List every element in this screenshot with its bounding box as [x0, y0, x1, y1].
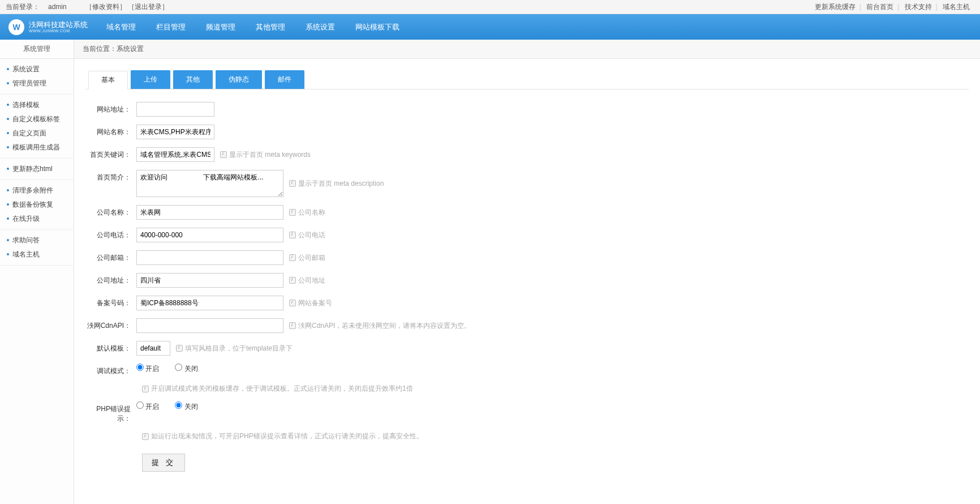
topbar-right: 更新系统缓存 前台首页 技术支持 域名主机 — [810, 0, 974, 14]
info-icon — [142, 433, 149, 440]
sidebar-item-faq[interactable]: 求助问答 — [0, 233, 74, 247]
submit-button[interactable]: 提 交 — [142, 454, 185, 472]
info-icon — [289, 322, 296, 329]
label-icp: 备案号码： — [85, 296, 136, 308]
info-icon — [289, 300, 296, 306]
radio-debug-off[interactable]: 关闭 — [175, 364, 197, 374]
hint-template: 填写风格目录，位于template目录下 — [176, 344, 293, 353]
sidebar-item-backup[interactable]: 数据备份恢复 — [0, 198, 74, 212]
main-content: 当前位置：系统设置 基本 上传 其他 伪静态 邮件 网站地址： 网站名称： — [74, 40, 980, 504]
main-nav: 域名管理 栏目管理 频道管理 其他管理 系统设置 网站模板下载 — [96, 14, 410, 40]
note-phperr: 如运行出现未知情况，可开启PHP错误提示查看详情，正式运行请关闭提示，提高安全性… — [142, 432, 969, 441]
topbar-link-host[interactable]: 域名主机 — [943, 3, 970, 11]
sidebar-item-upgrade[interactable]: 在线升级 — [0, 212, 74, 226]
logout-link[interactable]: ［退出登录］ — [128, 3, 169, 11]
label-keywords: 首页关键词： — [85, 147, 136, 160]
edit-profile-link[interactable]: ［修改资料］ — [85, 3, 126, 11]
tab-mail[interactable]: 邮件 — [265, 70, 304, 89]
logo: W 泆网科技建站系统 WWW.JUNWW.COM — [0, 19, 96, 35]
info-icon — [142, 386, 149, 392]
hint-icp: 网站备案号 — [289, 298, 332, 308]
label-address: 公司地址： — [85, 273, 136, 285]
input-tel[interactable] — [136, 228, 283, 242]
hint-address: 公司地址 — [289, 276, 325, 285]
input-company[interactable] — [136, 205, 283, 220]
note-debug: 开启调试模式将关闭模板缓存，便于调试模板。正式运行请关闭，关闭后提升效率约1倍 — [142, 384, 969, 394]
info-icon — [220, 151, 227, 158]
input-email[interactable] — [136, 250, 283, 265]
nav-other[interactable]: 其他管理 — [246, 14, 295, 40]
label-site-url: 网站地址： — [85, 102, 136, 114]
input-cdn[interactable] — [136, 318, 283, 333]
input-template[interactable] — [136, 341, 170, 356]
hint-tel: 公司电话 — [289, 230, 325, 240]
hint-keywords: 显示于首页 meta keywords — [220, 150, 311, 160]
hint-email: 公司邮箱 — [289, 253, 325, 263]
tab-basic[interactable]: 基本 — [88, 71, 128, 89]
info-icon — [176, 345, 183, 352]
top-bar: 当前登录：admin ［修改资料］ ［退出登录］ 更新系统缓存 前台首页 技术支… — [0, 0, 980, 14]
textarea-desc[interactable] — [136, 170, 283, 197]
nav-channel[interactable]: 频道管理 — [196, 14, 246, 40]
label-cdn: 泆网CdnAPI： — [85, 318, 136, 331]
label-template: 默认模板： — [85, 341, 136, 353]
nav-system[interactable]: 系统设置 — [295, 14, 345, 40]
topbar-link-front[interactable]: 前台首页 — [866, 3, 893, 11]
sidebar-item-host[interactable]: 域名主机 — [0, 247, 74, 262]
sidebar-item-update-html[interactable]: 更新静态html — [0, 162, 74, 176]
info-icon — [289, 180, 296, 187]
radio-debug-on[interactable]: 开启 — [136, 364, 159, 374]
hint-cdn: 泆网CdnAPI，若未使用泆网空间，请将本内容设置为空。 — [289, 321, 471, 331]
tab-other[interactable]: 其他 — [173, 70, 213, 89]
info-icon — [289, 254, 296, 261]
sidebar-item-system-settings[interactable]: 系统设置 — [0, 62, 74, 76]
hint-desc: 显示于首页 meta description — [289, 179, 384, 189]
label-email: 公司邮箱： — [85, 250, 136, 263]
main-header: W 泆网科技建站系统 WWW.JUNWW.COM 域名管理 栏目管理 频道管理 … — [0, 14, 980, 40]
sidebar: 系统管理 系统设置 管理员管理 选择模板 自定义模板标签 自定义页面 模板调用生… — [0, 40, 74, 504]
sidebar-item-tpl-generator[interactable]: 模板调用生成器 — [0, 140, 74, 155]
topbar-link-support[interactable]: 技术支持 — [905, 3, 932, 11]
login-info: 当前登录：admin — [6, 3, 75, 11]
input-icp[interactable] — [136, 296, 283, 310]
sidebar-title: 系统管理 — [0, 40, 74, 59]
label-site-name: 网站名称： — [85, 125, 136, 137]
label-php-error: PHP错误提示： — [85, 402, 136, 424]
sidebar-item-admin[interactable]: 管理员管理 — [0, 76, 74, 91]
input-address[interactable] — [136, 273, 283, 288]
settings-form: 网站地址： 网站名称： 首页关键词： 显示于首页 meta keywords 首… — [85, 98, 969, 472]
input-site-name[interactable] — [136, 125, 214, 139]
logo-text: 泆网科技建站系统 WWW.JUNWW.COM — [29, 21, 88, 33]
breadcrumb: 当前位置：系统设置 — [74, 40, 980, 59]
info-icon — [289, 277, 296, 284]
nav-template-dl[interactable]: 网站模板下载 — [345, 14, 410, 40]
label-desc: 首页简介： — [85, 170, 136, 182]
radio-phperr-off[interactable]: 关闭 — [175, 402, 197, 412]
nav-domain[interactable]: 域名管理 — [96, 14, 146, 40]
tab-upload[interactable]: 上传 — [131, 70, 170, 89]
input-keywords[interactable] — [136, 147, 214, 162]
label-tel: 公司电话： — [85, 228, 136, 240]
sidebar-item-custom-page[interactable]: 自定义页面 — [0, 126, 74, 140]
sidebar-item-custom-tags[interactable]: 自定义模板标签 — [0, 112, 74, 126]
logo-icon: W — [8, 19, 24, 35]
label-company: 公司名称： — [85, 205, 136, 217]
sidebar-item-select-template[interactable]: 选择模板 — [0, 98, 74, 112]
info-icon — [289, 209, 296, 216]
radio-phperr-on[interactable]: 开启 — [136, 402, 159, 412]
nav-column[interactable]: 栏目管理 — [146, 14, 196, 40]
tabs: 基本 上传 其他 伪静态 邮件 — [85, 70, 969, 89]
label-debug: 调试模式： — [85, 364, 136, 376]
tab-rewrite[interactable]: 伪静态 — [216, 70, 262, 89]
topbar-left: 当前登录：admin ［修改资料］ ［退出登录］ — [6, 0, 169, 14]
info-icon — [289, 232, 296, 238]
sidebar-item-clean-attach[interactable]: 清理多余附件 — [0, 183, 74, 198]
topbar-link-cache[interactable]: 更新系统缓存 — [815, 3, 856, 11]
input-site-url[interactable] — [136, 102, 214, 117]
hint-company: 公司名称 — [289, 208, 325, 217]
